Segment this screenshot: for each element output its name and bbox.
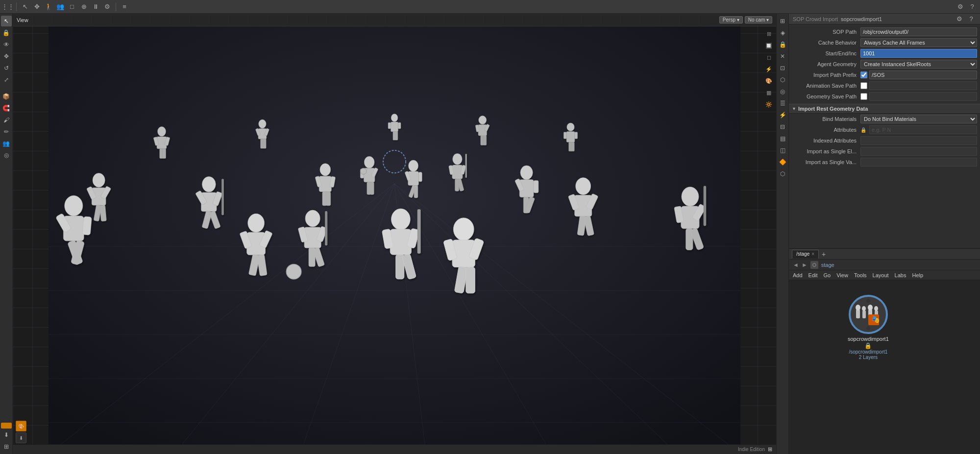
- geometry-save-path-input[interactable]: [869, 92, 977, 101]
- sidebar-rotate-btn[interactable]: ↺: [1, 63, 12, 73]
- svg-rect-101: [534, 181, 539, 193]
- menu-add[interactable]: Add: [793, 272, 803, 278]
- sidebar-group-btn[interactable]: 📦: [1, 91, 12, 102]
- mid-icon-2[interactable]: ◈: [777, 27, 788, 38]
- mid-icon-6[interactable]: ⬡: [777, 74, 788, 85]
- menu-tools[interactable]: Tools: [854, 272, 867, 278]
- start-end-row: Start/End/Inc: [789, 48, 980, 59]
- import-path-prefix-checkbox[interactable]: [860, 72, 867, 78]
- sidebar-edit-btn[interactable]: ✏: [1, 126, 12, 137]
- geometry-save-path-checkbox[interactable]: [860, 93, 867, 100]
- toolbar-grid-icon[interactable]: ⋮⋮: [3, 2, 13, 12]
- toolbar-box-icon[interactable]: □: [67, 2, 77, 12]
- attributes-input[interactable]: [869, 125, 977, 134]
- import-single-va-input[interactable]: [860, 158, 977, 167]
- cache-behavior-select[interactable]: Always Cache All Frames Cache On Demand …: [860, 38, 977, 47]
- toolbar-crowd-icon[interactable]: 👥: [55, 2, 65, 12]
- import-single-va-label: Import as Single Va...: [792, 159, 860, 165]
- import-single-el-input[interactable]: [860, 147, 977, 156]
- mid-icon-3[interactable]: 🔒: [777, 39, 788, 50]
- sidebar-magnet-btn[interactable]: 🧲: [1, 103, 12, 114]
- rp-settings-icon[interactable]: ⚙: [955, 14, 964, 24]
- vc-icon-5[interactable]: 🎨: [763, 75, 774, 86]
- mid-icon-9[interactable]: ⚡: [777, 110, 788, 120]
- vc-icon-3[interactable]: ◻: [763, 52, 774, 63]
- tab-add-btn[interactable]: +: [820, 250, 828, 258]
- menu-labs[interactable]: Labs: [895, 272, 906, 278]
- toolbar-help-icon[interactable]: ?: [967, 2, 977, 12]
- mid-icon-4[interactable]: ✕: [777, 51, 788, 62]
- toolbar-add-icon[interactable]: ⊕: [79, 2, 89, 12]
- sidebar-select-btn[interactable]: ↖: [1, 16, 12, 26]
- mid-icon-12[interactable]: ◫: [777, 145, 788, 156]
- sidebar-move-btn[interactable]: ✥: [1, 51, 12, 62]
- mid-icon-13[interactable]: 🔶: [777, 157, 788, 167]
- sidebar-people-btn[interactable]: 👥: [1, 138, 12, 149]
- svg-point-109: [576, 178, 591, 195]
- sidebar-grid-bottom-btn[interactable]: ⊞: [1, 441, 12, 452]
- menu-help[interactable]: Help: [912, 272, 923, 278]
- tab-close-btn[interactable]: ×: [811, 251, 814, 257]
- vc-icon-6[interactable]: ▦: [763, 87, 774, 98]
- grid-icon-status[interactable]: ⊞: [768, 446, 772, 453]
- cam-btn[interactable]: No cam ▾: [745, 16, 772, 24]
- bind-materials-label: Bind Materials: [792, 116, 860, 122]
- animation-save-path-checkbox[interactable]: [860, 82, 867, 89]
- toolbar-walk-icon[interactable]: 🚶: [44, 2, 53, 12]
- toolbar-transform-icon[interactable]: ✥: [32, 2, 42, 12]
- nav-back-arrow[interactable]: ◄: [793, 262, 799, 268]
- import-path-prefix-input[interactable]: [869, 71, 977, 79]
- svg-point-56: [320, 164, 331, 176]
- sidebar-paint-btn[interactable]: 🖌: [1, 115, 12, 125]
- rp-help-icon[interactable]: ?: [966, 14, 976, 24]
- mid-icon-14[interactable]: ⬡: [777, 168, 788, 179]
- mid-icon-7[interactable]: ◎: [777, 86, 788, 97]
- svg-rect-55: [221, 179, 224, 215]
- start-end-input[interactable]: [860, 49, 977, 58]
- svg-point-88: [286, 264, 301, 279]
- sidebar-palette-btn[interactable]: [1, 423, 12, 429]
- menu-go[interactable]: Go: [824, 272, 831, 278]
- toolbar-pause-icon[interactable]: ⏸: [91, 2, 100, 12]
- section-rest-geometry[interactable]: ▼ Import Rest Geometry Data: [789, 104, 980, 114]
- sidebar-eye-btn[interactable]: 👁: [1, 39, 12, 50]
- vc-icon-7[interactable]: 🔆: [763, 99, 774, 110]
- mid-icon-1[interactable]: ⊞: [777, 16, 788, 26]
- sop-path-input[interactable]: [860, 27, 977, 36]
- vc-icon-2[interactable]: 🔲: [763, 40, 774, 51]
- nav-forward-arrow[interactable]: ►: [802, 262, 808, 268]
- mid-icon-8[interactable]: ☰: [777, 98, 788, 109]
- toolbar-settings-icon[interactable]: ⚙: [102, 2, 112, 12]
- tab-stage[interactable]: /stage ×: [792, 250, 819, 259]
- sidebar-circle-btn[interactable]: ◎: [1, 150, 12, 161]
- vb-icon-palette[interactable]: 🎨: [16, 421, 26, 431]
- sidebar-lock-btn[interactable]: 🔒: [1, 27, 12, 38]
- indexed-attributes-input[interactable]: [860, 136, 977, 145]
- bind-materials-select[interactable]: Do Not Bind Materials Bind Materials Bin…: [860, 115, 977, 123]
- animation-save-path-input[interactable]: [869, 81, 977, 90]
- menu-edit[interactable]: Edit: [808, 272, 818, 278]
- sidebar-scale-btn[interactable]: ⤢: [1, 74, 12, 85]
- svg-rect-118: [466, 267, 475, 293]
- mid-icon-5[interactable]: ⊡: [777, 63, 788, 73]
- node-thumbnail[interactable]: 🎭: [849, 295, 888, 334]
- toolbar-settings2-icon[interactable]: ⚙: [956, 2, 965, 12]
- vc-icon-1[interactable]: ⊞: [763, 28, 774, 39]
- sidebar-bottom-btn[interactable]: ⬇: [1, 430, 12, 440]
- svg-point-75: [453, 153, 462, 165]
- indexed-attributes-row: Indexed Attributes: [789, 135, 980, 146]
- vb-icon-info[interactable]: ⬇: [16, 432, 26, 443]
- vc-icon-4[interactable]: ⚡: [763, 64, 774, 74]
- node-thumbnail-svg: 🎭: [854, 300, 883, 329]
- svg-rect-59: [326, 191, 330, 205]
- mid-icon-10[interactable]: ⊟: [777, 121, 788, 132]
- persp-btn[interactable]: Persp ▾: [719, 16, 743, 24]
- toolbar-select-icon[interactable]: ↖: [20, 2, 30, 12]
- menu-layout[interactable]: Layout: [873, 272, 889, 278]
- agent-geometry-select[interactable]: Create Instanced SkelRoots Create Points…: [860, 60, 977, 69]
- toolbar-menu-icon[interactable]: ≡: [120, 2, 129, 12]
- rp-params: SOP Path Cache Behavior Always Cache All…: [789, 24, 980, 248]
- svg-point-121: [65, 195, 83, 216]
- menu-view[interactable]: View: [836, 272, 848, 278]
- mid-icon-11[interactable]: ▤: [777, 133, 788, 144]
